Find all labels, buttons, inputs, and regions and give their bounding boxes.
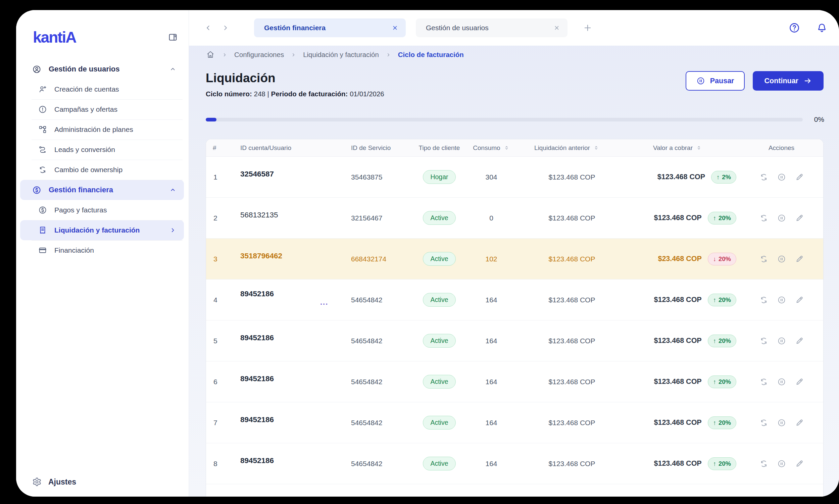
user-plus-icon [38, 85, 47, 94]
cycle-number-value: 248 [254, 90, 266, 98]
refresh-action-icon[interactable] [760, 295, 768, 304]
close-icon[interactable] [553, 24, 560, 31]
breadcrumb: Configuraciones Liquidación y facturació… [189, 46, 839, 64]
client-type-badge: Active [423, 457, 456, 470]
amount-value: $23.468 COP [658, 255, 701, 263]
dollar-circle-icon [32, 185, 41, 195]
sidebar-item-pagos-y-facturas[interactable]: Pagos y facturas [20, 200, 184, 220]
pause-action-icon[interactable] [777, 460, 786, 468]
chevron-right-icon [222, 52, 228, 58]
sidebar-item-liquidacion-y-facturacion[interactable]: Liquidación y facturación [20, 220, 184, 240]
table-row: 6 89452186 54654842 Active 164 $123.468 … [206, 361, 823, 402]
pause-action-icon[interactable] [777, 214, 786, 222]
refresh-action-icon[interactable] [760, 214, 768, 222]
sidebar-item-leads-y-conversion[interactable]: Leads y conversión [20, 140, 184, 160]
sidebar-item-creacion-de-cuentas[interactable]: Creación de cuentas [20, 79, 184, 99]
row-number: 6 [206, 378, 226, 386]
service-id: 668432174 [337, 255, 414, 263]
back-button[interactable] [202, 21, 214, 34]
bell-icon[interactable] [816, 22, 827, 34]
gear-icon [32, 477, 42, 487]
sidebar-item-cambio-de-ownership[interactable]: Cambio de ownership [20, 160, 184, 180]
sidebar-item-ajustes[interactable]: Ajustes [16, 469, 189, 497]
pause-action-icon[interactable] [777, 418, 786, 427]
refresh-action-icon[interactable] [760, 337, 768, 345]
tab-gestion-financiera[interactable]: Gestión financiera [254, 18, 406, 37]
delta-badge: ↑20% [708, 416, 736, 429]
edit-action-icon[interactable] [795, 255, 804, 264]
breadcrumb-liquidacion-y-facturacion[interactable]: Liquidación y facturación [303, 51, 379, 59]
table-row: 5 89452186 54654842 Active 164 $123.468 … [206, 321, 823, 361]
previous-liquidation-value: $123.468 COP [539, 378, 595, 386]
home-icon[interactable] [206, 50, 215, 59]
column-header-consumption[interactable]: Consumo [464, 144, 518, 152]
column-header-previous[interactable]: Liquidación anterior [518, 144, 615, 152]
sidebar-item-label: Cambio de ownership [54, 166, 123, 174]
sidebar-section-gestion-financiera[interactable]: Gestión financiera [20, 180, 184, 200]
sidebar-item-label: Administración de planes [54, 126, 133, 133]
sidebar-item-administracion-de-planes[interactable]: Administración de planes [20, 120, 184, 140]
edit-action-icon[interactable] [795, 173, 804, 182]
new-tab-button[interactable] [583, 23, 592, 33]
pause-action-icon[interactable] [777, 173, 786, 182]
breadcrumb-configuraciones[interactable]: Configuraciones [234, 51, 284, 59]
account-id: 568132135 [240, 211, 337, 219]
edit-action-icon[interactable] [795, 295, 804, 304]
edit-action-icon[interactable] [795, 418, 804, 427]
sidebar-item-label: Liquidación y facturación [54, 226, 140, 234]
row-number: 2 [206, 214, 226, 222]
account-ellipsis[interactable]: ... [320, 301, 337, 304]
edit-action-icon[interactable] [795, 460, 804, 468]
amount-value: $123.468 COP [654, 460, 701, 468]
service-id: 54654842 [337, 419, 414, 427]
forward-button[interactable] [219, 21, 232, 34]
edit-action-icon[interactable] [795, 214, 804, 222]
help-circle-icon[interactable] [789, 22, 800, 34]
table-row: 8 89452186 54654842 Active 164 $123.468 … [206, 443, 823, 484]
refresh-action-icon[interactable] [760, 255, 768, 264]
account-id: 32546587 [240, 170, 337, 179]
sort-icon[interactable] [593, 145, 600, 151]
delta-arrow-icon: ↑ [716, 174, 719, 181]
refresh-action-icon[interactable] [760, 460, 768, 468]
close-icon[interactable] [392, 24, 398, 31]
user-circle-icon [32, 65, 41, 74]
subtitle-separator: | [267, 90, 269, 98]
account-id: 89452186 [240, 334, 337, 342]
tab-label: Gestión de usuarios [426, 24, 489, 32]
page-header: Liquidación Ciclo número: 248 | Periodo … [189, 64, 839, 98]
sort-icon[interactable] [503, 145, 510, 151]
sort-icon[interactable] [696, 145, 702, 151]
refresh-action-icon[interactable] [760, 173, 768, 182]
refresh-action-icon[interactable] [760, 418, 768, 427]
column-header-amount[interactable]: Valor a cobrar [615, 144, 740, 152]
pause-action-icon[interactable] [777, 378, 786, 386]
account-id: 3518796462 [240, 252, 337, 260]
pause-action-icon[interactable] [777, 337, 786, 345]
service-id: 54654842 [337, 460, 414, 468]
pause-action-icon[interactable] [777, 295, 786, 304]
edit-action-icon[interactable] [795, 378, 804, 386]
refresh-action-icon[interactable] [760, 378, 768, 386]
delta-arrow-icon: ↑ [713, 378, 716, 385]
tab-label: Gestión financiera [264, 24, 325, 32]
column-header-num: # [206, 144, 226, 152]
panel-toggle-icon[interactable] [168, 32, 178, 42]
row-number: 4 [206, 296, 226, 304]
sidebar-item-campanas-y-ofertas[interactable]: Campañas y ofertas [20, 99, 184, 120]
sidebar-item-financiacion[interactable]: Financiación [20, 240, 184, 260]
continue-button[interactable]: Continuar [753, 71, 824, 91]
account-id: 89452186 [240, 415, 337, 424]
tab-gestion-de-usuarios[interactable]: Gestión de usuarios [416, 18, 568, 37]
previous-liquidation-value: $123.468 COP [539, 419, 595, 427]
pause-button[interactable]: Pausar [685, 71, 745, 91]
org-chart-icon [38, 125, 47, 134]
edit-action-icon[interactable] [795, 337, 804, 345]
delta-arrow-icon: ↑ [713, 296, 716, 304]
previous-liquidation-value: $123.468 COP [539, 173, 595, 181]
sidebar-item-label: Leads y conversión [54, 146, 115, 154]
alert-circle-icon [38, 105, 47, 114]
pause-action-icon[interactable] [777, 255, 786, 264]
chevron-up-icon [169, 66, 177, 73]
sidebar-section-gestion-usuarios[interactable]: Gestión de usuarios [20, 59, 184, 79]
